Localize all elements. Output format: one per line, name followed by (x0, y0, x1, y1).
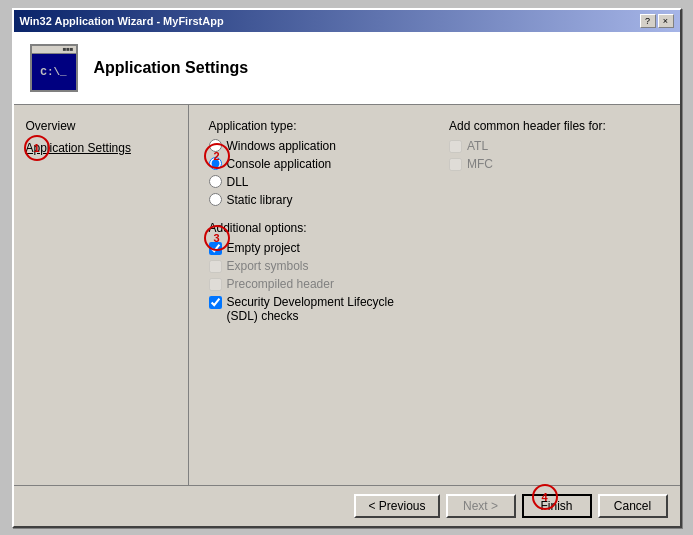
additional-options-label: Additional options: (209, 221, 420, 235)
title-bar-buttons: ? × (640, 14, 674, 28)
radio-windows[interactable]: Windows application (209, 139, 420, 153)
checkbox-mfc[interactable]: MFC (449, 157, 660, 171)
left-column: 2 Application type: Windows application … (209, 119, 420, 327)
icon-body: C:\_ (32, 54, 76, 90)
icon-top: ■■■ (32, 46, 76, 54)
previous-button[interactable]: < Previous (354, 494, 439, 518)
footer: < Previous Next > 4 Finish Cancel (14, 485, 680, 526)
main-panel: 2 Application type: Windows application … (189, 105, 680, 485)
checkbox-export[interactable]: Export symbols (209, 259, 420, 273)
finish-button[interactable]: Finish (522, 494, 592, 518)
help-button[interactable]: ? (640, 14, 656, 28)
add-headers-label: Add common header files for: (449, 119, 660, 133)
finish-wrapper: 4 Finish (522, 494, 592, 518)
radio-dll[interactable]: DLL (209, 175, 420, 189)
radio-console[interactable]: Console application (209, 157, 420, 171)
sidebar-item-app-settings[interactable]: Application Settings (22, 139, 180, 157)
close-button[interactable]: × (658, 14, 674, 28)
title-bar: Win32 Application Wizard - MyFirstApp ? … (14, 10, 680, 32)
radio-group: Windows application Console application … (209, 139, 420, 207)
sidebar-item-overview[interactable]: Overview (22, 117, 180, 135)
icon-dots: ■■■ (63, 46, 74, 52)
two-col-layout: 2 Application type: Windows application … (209, 119, 660, 327)
main-window: Win32 Application Wizard - MyFirstApp ? … (12, 8, 682, 528)
window-title: Win32 Application Wizard - MyFirstApp (20, 15, 224, 27)
next-button[interactable]: Next > (446, 494, 516, 518)
checkbox-empty[interactable]: Empty project (209, 241, 420, 255)
checkbox-atl[interactable]: ATL (449, 139, 660, 153)
app-type-label: Application type: (209, 119, 420, 133)
right-column: Add common header files for: ATL MFC (449, 119, 660, 327)
header-title: Application Settings (94, 59, 249, 77)
additional-options-section: 3 Additional options: Empty project Expo… (209, 221, 420, 323)
checkbox-sdl[interactable]: Security Development Lifecycle (SDL) che… (209, 295, 420, 323)
checkbox-precompiled[interactable]: Precompiled header (209, 277, 420, 291)
header-area: ■■■ C:\_ Application Settings (14, 32, 680, 105)
app-icon: ■■■ C:\_ (30, 44, 78, 92)
cancel-button[interactable]: Cancel (598, 494, 668, 518)
sidebar: 1 Overview Application Settings (14, 105, 189, 485)
content-area: 1 Overview Application Settings 2 Applic… (14, 105, 680, 485)
app-type-section: 2 Application type: Windows application … (209, 119, 420, 207)
radio-static[interactable]: Static library (209, 193, 420, 207)
